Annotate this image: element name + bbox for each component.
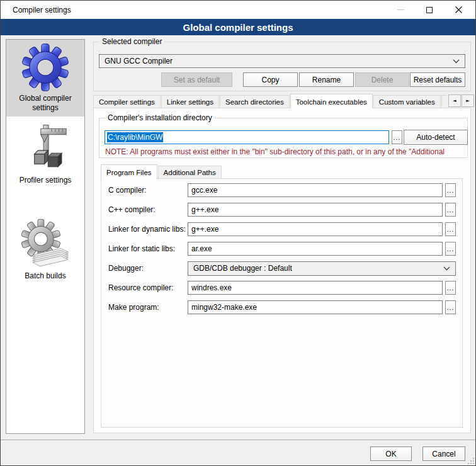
- reset-defaults-button[interactable]: Reset defaults: [410, 72, 465, 87]
- chevron-down-icon: [443, 266, 450, 271]
- dialog-header-title: Global compiler settings: [183, 22, 293, 33]
- sidebar-item-profiler-settings[interactable]: Profiler settings: [6, 116, 84, 197]
- settings-category-list: Global compiler settings Profiler settin…: [6, 39, 85, 434]
- field-label: Linker for static libs:: [108, 244, 188, 253]
- make-program-browse-button[interactable]: ...: [445, 300, 456, 314]
- titlebar: Compiler settings: [1, 1, 475, 19]
- installation-directory-group: Compiler's installation directory C:\ray…: [99, 118, 468, 158]
- static-linker-input[interactable]: [188, 242, 443, 256]
- c-compiler-row: C compiler: ...: [108, 183, 456, 197]
- caliper-icon: [23, 124, 68, 173]
- sidebar-item-global-compiler-settings[interactable]: Global compiler settings: [6, 40, 84, 116]
- field-label: C compiler:: [108, 186, 188, 195]
- tab-program-files[interactable]: Program Files: [101, 164, 157, 179]
- program-files-tabstrip: Program Files Additional Paths: [101, 164, 463, 179]
- close-button[interactable]: [444, 1, 473, 19]
- chevron-down-icon: [453, 59, 460, 64]
- cpp-compiler-browse-button[interactable]: ...: [445, 203, 456, 217]
- tab-linker-settings[interactable]: Linker settings: [161, 95, 219, 108]
- tab-additional-paths[interactable]: Additional Paths: [158, 166, 222, 179]
- tab-scroll-right-icon[interactable]: ►: [462, 94, 474, 107]
- auto-detect-button[interactable]: Auto-detect: [404, 130, 468, 145]
- field-label: Make program:: [108, 303, 188, 312]
- minimize-icon: [397, 9, 404, 10]
- field-label: C++ compiler:: [108, 205, 188, 214]
- gray-gear-stack-icon: [20, 219, 71, 269]
- static-linker-browse-button[interactable]: ...: [445, 242, 456, 256]
- minimize-button: [386, 1, 415, 19]
- ok-button[interactable]: OK: [370, 446, 412, 461]
- field-label: Linker for dynamic libs:: [108, 225, 188, 234]
- compiler-select[interactable]: GNU GCC Compiler: [99, 54, 465, 68]
- tab-toolchain-executables[interactable]: Toolchain executables: [290, 94, 373, 108]
- installation-directory-value: C:\raylib\MinGW: [107, 132, 163, 142]
- set-as-default-button: Set as default: [161, 72, 232, 87]
- tab-compiler-settings[interactable]: Compiler settings: [93, 95, 161, 108]
- blue-gear-icon: [21, 43, 69, 91]
- dialog-header: Global compiler settings: [1, 19, 475, 35]
- group-label: Compiler's installation directory: [105, 113, 215, 122]
- static-linker-row: Linker for static libs: ...: [108, 242, 456, 256]
- resource-compiler-input[interactable]: [188, 281, 443, 295]
- compiler-select-value: GNU GCC Compiler: [105, 57, 173, 65]
- group-label: Selected compiler: [99, 37, 164, 46]
- settings-tabstrip: Compiler settings Linker settings Search…: [93, 93, 447, 108]
- dynamic-linker-row: Linker for dynamic libs: ...: [108, 222, 456, 236]
- tab-scroll-buttons: ◄ ►: [448, 94, 474, 107]
- program-files-page: C compiler: ... C++ compiler: ... Linker…: [101, 178, 463, 428]
- debugger-select[interactable]: GDB/CDB debugger : Default: [188, 261, 456, 276]
- selected-compiler-group: Selected compiler GNU GCC Compiler Set a…: [93, 42, 471, 91]
- installation-directory-browse-button[interactable]: ...: [392, 130, 402, 144]
- window-title: Compiler settings: [13, 6, 71, 14]
- compiler-actions: Set as default Copy Rename Delete Reset …: [99, 72, 465, 87]
- sidebar-item-label: Batch builds: [25, 271, 65, 281]
- cpp-compiler-input[interactable]: [188, 203, 443, 217]
- dynamic-linker-input[interactable]: [188, 222, 443, 236]
- footer-divider: [1, 440, 475, 440]
- resource-compiler-browse-button[interactable]: ...: [445, 281, 456, 295]
- installation-note: NOTE: All programs must exist either in …: [105, 147, 467, 156]
- c-compiler-input[interactable]: [188, 183, 443, 197]
- toolchain-executables-page: Compiler's installation directory C:\ray…: [93, 108, 471, 433]
- resize-grip[interactable]: [468, 458, 474, 464]
- sidebar-item-batch-builds[interactable]: Batch builds: [6, 205, 84, 290]
- resource-compiler-row: Resource compiler: ...: [108, 281, 456, 295]
- installation-directory-input[interactable]: C:\raylib\MinGW: [105, 130, 389, 144]
- cancel-button[interactable]: Cancel: [422, 446, 465, 461]
- c-compiler-browse-button[interactable]: ...: [445, 183, 456, 197]
- copy-button[interactable]: Copy: [243, 72, 298, 87]
- maximize-button[interactable]: [415, 1, 444, 19]
- tab-scroll-left-icon[interactable]: ◄: [448, 94, 461, 107]
- cpp-compiler-row: C++ compiler: ...: [108, 203, 456, 217]
- sidebar-item-label: Global compiler settings: [6, 94, 84, 113]
- debugger-select-value: GDB/CDB debugger : Default: [193, 264, 292, 273]
- rename-button[interactable]: Rename: [299, 72, 354, 87]
- sidebar-item-label: Profiler settings: [20, 176, 72, 185]
- make-program-row: Make program: ...: [108, 300, 456, 314]
- maximize-icon: [426, 7, 433, 13]
- delete-button: Delete: [355, 72, 409, 87]
- make-program-input[interactable]: [188, 300, 443, 314]
- tab-search-directories[interactable]: Search directories: [220, 95, 290, 108]
- field-label: Debugger:: [108, 264, 188, 273]
- field-label: Resource compiler:: [108, 283, 188, 292]
- dynamic-linker-browse-button[interactable]: ...: [445, 222, 456, 236]
- tab-custom-variables[interactable]: Custom variables: [373, 95, 441, 108]
- debugger-row: Debugger: GDB/CDB debugger : Default: [108, 261, 456, 275]
- close-icon: [455, 6, 462, 13]
- tab-build-options[interactable]: Build: [441, 95, 447, 108]
